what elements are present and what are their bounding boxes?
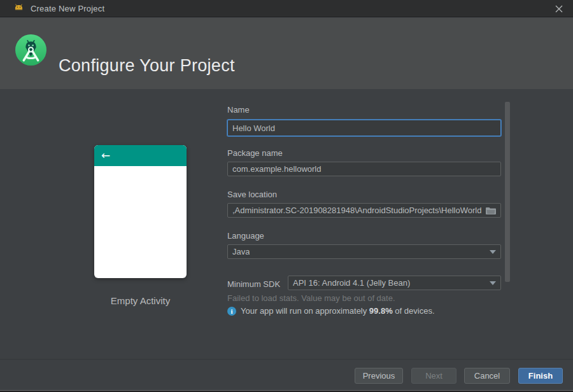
android-studio-logo-icon xyxy=(15,34,46,66)
browse-folder-button[interactable] xyxy=(484,205,498,216)
android-robot-icon xyxy=(13,4,24,13)
language-value: Java xyxy=(232,247,250,256)
min-sdk-value: API 16: Android 4.1 (Jelly Bean) xyxy=(293,278,410,288)
chevron-down-icon xyxy=(490,250,496,254)
page-title: Configure Your Project xyxy=(59,56,235,76)
stats-warning-text: Failed to load stats. Value may be out o… xyxy=(227,293,395,303)
cancel-button[interactable]: Cancel xyxy=(464,368,510,384)
package-name-input[interactable] xyxy=(227,162,501,176)
device-info-text: Your app will run on approximately 99.8%… xyxy=(241,306,435,316)
package-name-label: Package name xyxy=(227,148,283,158)
device-coverage-percent: 99.8% xyxy=(369,306,393,316)
next-button: Next xyxy=(411,368,456,384)
create-new-project-dialog: Create New Project xyxy=(0,0,573,392)
wizard-header: Configure Your Project xyxy=(0,18,573,89)
template-preview-thumbnail: ← xyxy=(94,145,187,278)
close-icon xyxy=(555,5,563,13)
save-location-label: Save location xyxy=(227,190,277,199)
save-location-value: ,Administrator.SC-201908281948\AndroidSt… xyxy=(232,206,481,215)
min-sdk-dropdown[interactable]: API 16: Android 4.1 (Jelly Bean) xyxy=(288,276,501,290)
template-name-label: Empty Activity xyxy=(94,295,187,306)
vertical-scrollbar-thumb[interactable] xyxy=(505,102,510,282)
back-arrow-icon: ← xyxy=(101,150,110,161)
language-label: Language xyxy=(227,231,264,241)
device-coverage-info: i Your app will run on approximately 99.… xyxy=(227,306,435,316)
min-sdk-label: Minimum SDK xyxy=(227,279,280,289)
name-label: Name xyxy=(227,105,250,115)
info-icon: i xyxy=(227,307,236,316)
previous-button[interactable]: Previous xyxy=(355,368,403,384)
folder-icon xyxy=(486,207,496,214)
finish-button[interactable]: Finish xyxy=(518,368,563,384)
titlebar: Create New Project xyxy=(0,0,573,17)
language-dropdown[interactable]: Java xyxy=(227,244,501,259)
preview-appbar: ← xyxy=(94,145,187,166)
name-input[interactable] xyxy=(227,120,501,136)
save-location-input[interactable]: ,Administrator.SC-201908281948\AndroidSt… xyxy=(227,203,501,218)
chevron-down-icon xyxy=(490,281,496,285)
window-title: Create New Project xyxy=(31,4,104,13)
close-button[interactable] xyxy=(545,0,573,17)
footer-divider xyxy=(0,359,573,360)
